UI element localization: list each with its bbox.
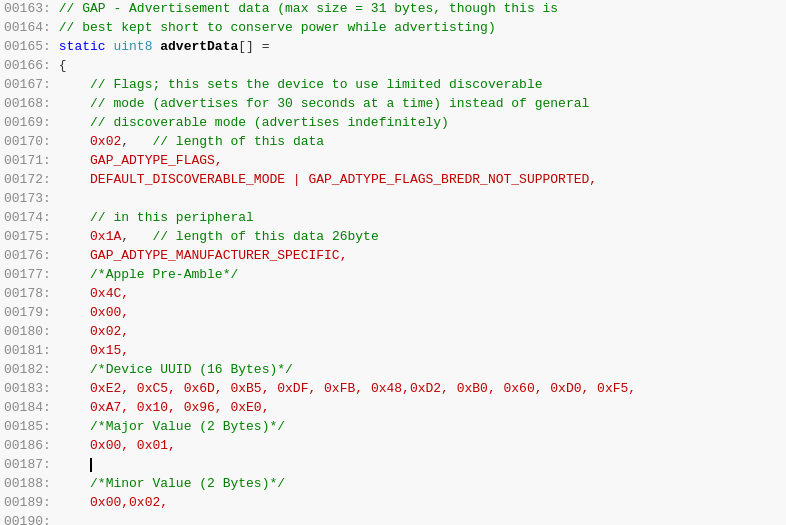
- line-content: /*Major Value (2 Bytes)*/: [59, 418, 782, 437]
- code-line: 00165:static uint8 advertData[] =: [0, 38, 786, 57]
- code-line: 00184: 0xA7, 0x10, 0x96, 0xE0,: [0, 399, 786, 418]
- line-number: 00165:: [4, 38, 59, 57]
- text-cursor: [90, 458, 92, 472]
- line-number: 00179:: [4, 304, 59, 323]
- line-content: static uint8 advertData[] =: [59, 38, 782, 57]
- block-comment: /*Device UUID (16 Bytes)*/: [90, 362, 293, 377]
- code-line: 00190:: [0, 513, 786, 525]
- line-content: // mode (advertises for 30 seconds at a …: [59, 95, 782, 114]
- line-content: /*Device UUID (16 Bytes)*/: [59, 361, 782, 380]
- line-content: // Flags; this sets the device to use li…: [59, 76, 782, 95]
- constant-value: GAP_ADTYPE_MANUFACTURER_SPECIFIC,: [90, 248, 347, 263]
- inline-comment: // length of this data 26byte: [152, 229, 378, 244]
- line-content: 0x02, // length of this data: [59, 133, 782, 152]
- line-content: 0x00,: [59, 304, 782, 323]
- code-line: 00183: 0xE2, 0xC5, 0x6D, 0xB5, 0xDF, 0xF…: [0, 380, 786, 399]
- comment-text: // GAP - Advertisement data (max size = …: [59, 1, 558, 16]
- code-line: 00172: DEFAULT_DISCOVERABLE_MODE | GAP_A…: [0, 171, 786, 190]
- code-lines: 00163:// GAP - Advertisement data (max s…: [0, 0, 786, 525]
- line-number: 00169:: [4, 114, 59, 133]
- constant-value: DEFAULT_DISCOVERABLE_MODE | GAP_ADTYPE_F…: [90, 172, 597, 187]
- line-content: /*Apple Pre-Amble*/: [59, 266, 782, 285]
- code-line: 00174: // in this peripheral: [0, 209, 786, 228]
- code-editor: 00163:// GAP - Advertisement data (max s…: [0, 0, 786, 525]
- var-advertdata: advertData: [160, 39, 238, 54]
- block-comment: /*Apple Pre-Amble*/: [90, 267, 238, 282]
- code-line: 00181: 0x15,: [0, 342, 786, 361]
- line-number: 00183:: [4, 380, 59, 399]
- hex-value: 0x1A: [90, 229, 121, 244]
- hex-value: 0xA7, 0x10, 0x96, 0xE0,: [90, 400, 269, 415]
- line-content: 0x00,0x02,: [59, 494, 782, 513]
- line-number: 00185:: [4, 418, 59, 437]
- comment-text: // best kept short to conserve power whi…: [59, 20, 496, 35]
- line-content: GAP_ADTYPE_FLAGS,: [59, 152, 782, 171]
- line-number: 00166:: [4, 57, 59, 76]
- block-comment: /*Minor Value (2 Bytes)*/: [90, 476, 285, 491]
- code-line: 00177: /*Apple Pre-Amble*/: [0, 266, 786, 285]
- line-content: 0x1A, // length of this data 26byte: [59, 228, 782, 247]
- code-line: 00185: /*Major Value (2 Bytes)*/: [0, 418, 786, 437]
- comment-text: // mode (advertises for 30 seconds at a …: [59, 96, 590, 111]
- line-number: 00188:: [4, 475, 59, 494]
- line-content: 0x02,: [59, 323, 782, 342]
- line-content: 0x00, 0x01,: [59, 437, 782, 456]
- line-number: 00170:: [4, 133, 59, 152]
- line-number: 00164:: [4, 19, 59, 38]
- code-line: 00170: 0x02, // length of this data: [0, 133, 786, 152]
- line-content: /*Minor Value (2 Bytes)*/: [59, 475, 782, 494]
- inline-comment: // length of this data: [152, 134, 324, 149]
- code-line: 00169: // discoverable mode (advertises …: [0, 114, 786, 133]
- line-number: 00182:: [4, 361, 59, 380]
- line-number: 00174:: [4, 209, 59, 228]
- line-content: 0x15,: [59, 342, 782, 361]
- line-number: 00187:: [4, 456, 59, 475]
- code-line: 00187:: [0, 456, 786, 475]
- line-content: 0xA7, 0x10, 0x96, 0xE0,: [59, 399, 782, 418]
- line-number: 00175:: [4, 228, 59, 247]
- hex-value: 0x15,: [90, 343, 129, 358]
- code-line: 00179: 0x00,: [0, 304, 786, 323]
- line-content: {: [59, 57, 782, 76]
- type-uint8: uint8: [113, 39, 152, 54]
- comment-text: // in this peripheral: [59, 210, 254, 225]
- line-number: 00177:: [4, 266, 59, 285]
- hex-value: 0x02: [90, 134, 121, 149]
- code-line: 00173:: [0, 190, 786, 209]
- line-number: 00189:: [4, 494, 59, 513]
- line-content: 0xE2, 0xC5, 0x6D, 0xB5, 0xDF, 0xFB, 0x48…: [59, 380, 782, 399]
- code-line: 00178: 0x4C,: [0, 285, 786, 304]
- line-content: GAP_ADTYPE_MANUFACTURER_SPECIFIC,: [59, 247, 782, 266]
- code-line: 00168: // mode (advertises for 30 second…: [0, 95, 786, 114]
- code-line: 00182: /*Device UUID (16 Bytes)*/: [0, 361, 786, 380]
- line-number: 00180:: [4, 323, 59, 342]
- code-line: 00166:{: [0, 57, 786, 76]
- constant-value: GAP_ADTYPE_FLAGS,: [90, 153, 223, 168]
- code-line: 00163:// GAP - Advertisement data (max s…: [0, 0, 786, 19]
- line-number: 00173:: [4, 190, 59, 209]
- line-number: 00163:: [4, 0, 59, 19]
- line-content: // discoverable mode (advertises indefin…: [59, 114, 782, 133]
- line-number: 00172:: [4, 171, 59, 190]
- line-content: 0x4C,: [59, 285, 782, 304]
- line-number: 00184:: [4, 399, 59, 418]
- hex-value: 0x00, 0x01,: [90, 438, 176, 453]
- line-number: 00181:: [4, 342, 59, 361]
- line-content: // best kept short to conserve power whi…: [59, 19, 782, 38]
- code-line: 00189: 0x00,0x02,: [0, 494, 786, 513]
- code-line: 00186: 0x00, 0x01,: [0, 437, 786, 456]
- line-number: 00178:: [4, 285, 59, 304]
- code-line: 00180: 0x02,: [0, 323, 786, 342]
- hex-value: 0x02,: [90, 324, 129, 339]
- keyword-static: static: [59, 39, 106, 54]
- line-content: // GAP - Advertisement data (max size = …: [59, 0, 782, 19]
- hex-value: 0x4C,: [90, 286, 129, 301]
- line-number: 00168:: [4, 95, 59, 114]
- comment-text: // Flags; this sets the device to use li…: [59, 77, 543, 92]
- code-line: 00175: 0x1A, // length of this data 26by…: [0, 228, 786, 247]
- line-content: // in this peripheral: [59, 209, 782, 228]
- block-comment: /*Major Value (2 Bytes)*/: [90, 419, 285, 434]
- line-number: 00167:: [4, 76, 59, 95]
- line-number: 00176:: [4, 247, 59, 266]
- line-number: 00186:: [4, 437, 59, 456]
